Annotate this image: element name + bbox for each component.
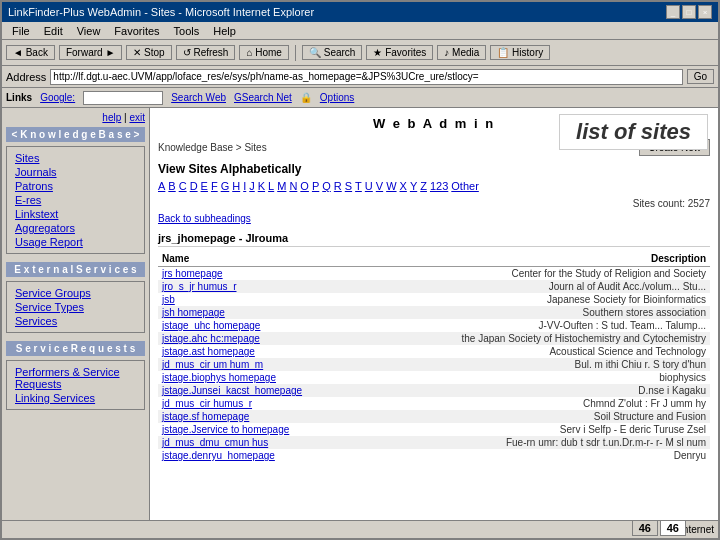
table-row: jro_s_jr humus_r Journ al of Audit Acc./…: [158, 280, 710, 293]
home-button[interactable]: ⌂ Home: [239, 45, 289, 60]
menu-edit[interactable]: Edit: [38, 24, 69, 38]
site-name-link[interactable]: jstage.denryu_homepage: [162, 450, 275, 461]
sidebar-section-ext: E x t e r n a l S e r v i c e s: [6, 262, 145, 277]
refresh-button[interactable]: ↺ Refresh: [176, 45, 236, 60]
go-button[interactable]: Go: [687, 69, 714, 84]
alpha-s[interactable]: S: [345, 180, 352, 192]
site-description: Japanese Society for Bioinformatics: [362, 293, 710, 306]
media-button[interactable]: ♪ Media: [437, 45, 486, 60]
stop-button[interactable]: ✕ Stop: [126, 45, 171, 60]
alpha-w[interactable]: W: [386, 180, 396, 192]
alpha-u[interactable]: U: [365, 180, 373, 192]
gsearch-link[interactable]: GSearch Net: [234, 92, 292, 103]
alpha-n[interactable]: N: [289, 180, 297, 192]
site-name-link[interactable]: jd_mus_cir um hum_m: [162, 359, 263, 370]
page-title: View Sites Alphabetically: [158, 162, 710, 176]
site-name-link[interactable]: jsb: [162, 294, 175, 305]
site-name-link[interactable]: jd_mus_dmu_cmun hus: [162, 437, 268, 448]
toolbar: ◄ Back Forward ► ✕ Stop ↺ Refresh ⌂ Home…: [2, 40, 718, 66]
page-number-current: 46: [632, 520, 658, 536]
alpha-g[interactable]: G: [221, 180, 230, 192]
alpha-m[interactable]: M: [277, 180, 286, 192]
site-name-link[interactable]: jstage.sf homepage: [162, 411, 249, 422]
site-name-link[interactable]: jstage.ast homepage: [162, 346, 255, 357]
sidebar-item-service-types[interactable]: Service Types: [11, 300, 140, 314]
table-row: jsb Japanese Society for Bioinformatics: [158, 293, 710, 306]
maximize-btn[interactable]: □: [682, 5, 696, 19]
sidebar-item-eres[interactable]: E-res: [11, 193, 140, 207]
alpha-123[interactable]: 123: [430, 180, 448, 192]
alpha-i[interactable]: I: [243, 180, 246, 192]
site-name-link[interactable]: jstage.ahc hc:mepage: [162, 333, 260, 344]
sidebar-item-linkstext[interactable]: Linkstext: [11, 207, 140, 221]
site-description: Denryu: [362, 449, 710, 462]
alpha-q[interactable]: Q: [322, 180, 331, 192]
alpha-c[interactable]: C: [179, 180, 187, 192]
menu-favorites[interactable]: Favorites: [108, 24, 165, 38]
search-button[interactable]: 🔍 Search: [302, 45, 362, 60]
site-name-link[interactable]: jstage_uhc homepage: [162, 320, 260, 331]
back-to-subheadings-link[interactable]: Back to subheadings: [158, 213, 710, 224]
search-web-link[interactable]: Search Web: [171, 92, 226, 103]
favorites-button[interactable]: ★ Favorites: [366, 45, 433, 60]
history-button[interactable]: 📋 History: [490, 45, 550, 60]
alpha-h[interactable]: H: [232, 180, 240, 192]
options-link[interactable]: Options: [320, 92, 354, 103]
alpha-r[interactable]: R: [334, 180, 342, 192]
links-bar: Links Google: Search Web GSearch Net 🔒 O…: [2, 88, 718, 108]
site-description: D.nse i Kagaku: [362, 384, 710, 397]
back-button[interactable]: ◄ Back: [6, 45, 55, 60]
alpha-other[interactable]: Other: [451, 180, 479, 192]
site-name-link[interactable]: jstage.Jservice to homepage: [162, 424, 289, 435]
address-input[interactable]: [50, 69, 682, 85]
alpha-o[interactable]: O: [300, 180, 309, 192]
sidebar-item-linking[interactable]: Linking Services: [11, 391, 140, 405]
close-btn[interactable]: ×: [698, 5, 712, 19]
site-name-link[interactable]: jstage.Junsei_kacst_homepage: [162, 385, 302, 396]
site-name-link[interactable]: jrs homepage: [162, 268, 223, 279]
google-label: Google:: [40, 92, 75, 103]
alpha-p[interactable]: P: [312, 180, 319, 192]
alpha-a[interactable]: A: [158, 180, 165, 192]
list-of-sites-overlay: list of sites: [559, 114, 708, 150]
minimize-btn[interactable]: _: [666, 5, 680, 19]
alpha-f[interactable]: F: [211, 180, 218, 192]
help-link[interactable]: help: [102, 112, 121, 123]
site-name-link[interactable]: jstage.biophys homepage: [162, 372, 276, 383]
sidebar-item-aggregators[interactable]: Aggregators: [11, 221, 140, 235]
alpha-l[interactable]: L: [268, 180, 274, 192]
alpha-k[interactable]: K: [258, 180, 265, 192]
site-description: Center for the Study of Religion and Soc…: [362, 267, 710, 281]
alpha-e[interactable]: E: [201, 180, 208, 192]
alpha-j[interactable]: J: [249, 180, 255, 192]
alpha-b[interactable]: B: [168, 180, 175, 192]
sidebar-item-service-groups[interactable]: Service Groups: [11, 286, 140, 300]
table-row: jstage.sf homepage Soil Structure and Fu…: [158, 410, 710, 423]
sidebar-item-sites[interactable]: Sites: [11, 151, 140, 165]
sidebar-section-req: S e r v i c e R e q u e s t s: [6, 341, 145, 356]
exit-link[interactable]: exit: [129, 112, 145, 123]
menu-tools[interactable]: Tools: [168, 24, 206, 38]
site-description: Acoustical Science and Technology: [362, 345, 710, 358]
alpha-t[interactable]: T: [355, 180, 362, 192]
alpha-y[interactable]: Y: [410, 180, 417, 192]
menu-bar: File Edit View Favorites Tools Help: [2, 22, 718, 40]
alpha-v[interactable]: V: [376, 180, 383, 192]
alpha-d[interactable]: D: [190, 180, 198, 192]
site-name-link[interactable]: jd_mus_cir humus_r: [162, 398, 252, 409]
alpha-x[interactable]: X: [400, 180, 407, 192]
google-search-input[interactable]: [83, 91, 163, 105]
sidebar-item-usage-report[interactable]: Usage Report: [11, 235, 140, 249]
menu-help[interactable]: Help: [207, 24, 242, 38]
sidebar-item-patrons[interactable]: Patrons: [11, 179, 140, 193]
alpha-z[interactable]: Z: [420, 180, 427, 192]
site-name-link[interactable]: jro_s_jr humus_r: [162, 281, 236, 292]
forward-button[interactable]: Forward ►: [59, 45, 122, 60]
menu-file[interactable]: File: [6, 24, 36, 38]
sidebar-item-journals[interactable]: Journals: [11, 165, 140, 179]
sidebar-item-services[interactable]: Services: [11, 314, 140, 328]
site-name-link[interactable]: jsh homepage: [162, 307, 225, 318]
menu-view[interactable]: View: [71, 24, 107, 38]
table-row: jd_mus_dmu_cmun hus Fue-rn umr: dub t sd…: [158, 436, 710, 449]
sidebar-item-performers[interactable]: Performers & Service Requests: [11, 365, 140, 391]
